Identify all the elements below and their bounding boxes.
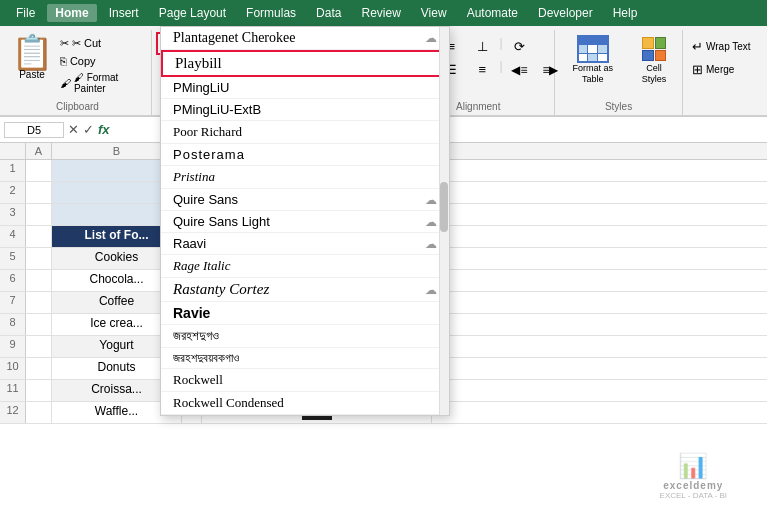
cell-a11[interactable] [26, 380, 52, 401]
cell-a4[interactable] [26, 226, 52, 247]
cell-a12[interactable] [26, 402, 52, 423]
font-name-quire: Quire Sans [173, 192, 238, 207]
name-box[interactable] [4, 122, 64, 138]
menu-item-file[interactable]: File [8, 4, 43, 22]
scrollbar-track[interactable] [439, 27, 449, 415]
corner-cell [0, 143, 26, 159]
font-name-bengali1: জরহশদুগও [173, 328, 219, 344]
watermark-icon: 📊 [678, 452, 708, 480]
format-painter-button[interactable]: 🖌 🖌 Format Painter [56, 70, 147, 96]
font-name-pmingliu-extb: PMingLiU-ExtB [173, 102, 261, 117]
merge-button[interactable]: ⊞ Merge [687, 59, 759, 80]
cell-a9[interactable] [26, 336, 52, 357]
clipboard-label: Clipboard [8, 99, 147, 115]
wrap-merge-group: ↵ Wrap Text ⊞ Merge [683, 30, 763, 115]
font-dropdown-overlay: Plantagenet Cherokee ☁ Playbill PMingLiU… [160, 26, 450, 416]
cloud-icon: ☁ [425, 31, 437, 45]
font-name-rastanty: Rastanty Cortez [173, 281, 269, 298]
font-item-pmingliu-extb[interactable]: PMingLiU-ExtB [161, 99, 449, 121]
cell-a3[interactable] [26, 204, 52, 225]
wrap-text-label: Wrap Text [706, 41, 751, 52]
menu-item-data[interactable]: Data [308, 4, 349, 22]
orientation-button[interactable]: ⟳ [506, 36, 534, 57]
font-item-poorrichard[interactable]: Poor Richard [161, 121, 449, 144]
menu-item-home[interactable]: Home [47, 4, 96, 22]
font-item-quire-sans[interactable]: Quire Sans ☁ [161, 189, 449, 211]
cell-a7[interactable] [26, 292, 52, 313]
font-name-posterama: Posterama [173, 147, 245, 162]
row-number: 9 [0, 336, 26, 357]
copy-button[interactable]: ⎘ Copy [56, 53, 147, 69]
format-painter-label: 🖌 Format Painter [74, 72, 143, 94]
align-right-button[interactable]: ≡ [468, 59, 496, 80]
cell-a2[interactable] [26, 182, 52, 203]
font-item-bengali1[interactable]: জরহশদুগও [161, 325, 449, 348]
menu-item-developer[interactable]: Developer [530, 4, 601, 22]
cut-button[interactable]: ✂ ✂ Cut [56, 35, 147, 52]
format-as-table-button[interactable]: Format as Table [559, 32, 626, 88]
merge-icon: ⊞ [692, 62, 703, 77]
font-name-ravie: Ravie [173, 305, 210, 321]
font-name-raavi: Raavi [173, 236, 206, 251]
cloud-icon: ☁ [425, 283, 437, 297]
menu-item-view[interactable]: View [413, 4, 455, 22]
cell-a8[interactable] [26, 314, 52, 335]
row-number: 5 [0, 248, 26, 269]
cut-label: ✂ Cut [72, 37, 101, 50]
font-item-ravie[interactable]: Ravie [161, 302, 449, 325]
clipboard-group: 📋 Paste ✂ ✂ Cut ⎘ Copy [4, 30, 152, 115]
cell-a6[interactable] [26, 270, 52, 291]
font-item-rockwell[interactable]: Rockwell [161, 369, 449, 392]
menu-item-formulas[interactable]: Formulas [238, 4, 304, 22]
font-item-raavi[interactable]: Raavi ☁ [161, 233, 449, 255]
font-item-playbill[interactable]: Playbill [161, 50, 449, 77]
font-item-pmingliu[interactable]: PMingLiU [161, 77, 449, 99]
font-name-quirelight: Quire Sans Light [173, 214, 270, 229]
scrollbar-thumb[interactable] [440, 182, 448, 232]
row-number: 1 [0, 160, 26, 181]
cell-a5[interactable] [26, 248, 52, 269]
cell-a10[interactable] [26, 358, 52, 379]
menu-item-help[interactable]: Help [605, 4, 646, 22]
paste-icon: 📋 [11, 35, 53, 69]
menu-item-review[interactable]: Review [353, 4, 408, 22]
row-number: 4 [0, 226, 26, 247]
font-name-pristina: Pristina [173, 169, 215, 185]
menu-bar: File Home Insert Page Layout Formulas Da… [0, 0, 767, 26]
font-item-quire-sans-light[interactable]: Quire Sans Light ☁ [161, 211, 449, 233]
styles-group: Format as Table Cell Styles Styles [555, 30, 683, 115]
menu-item-page-layout[interactable]: Page Layout [151, 4, 234, 22]
formula-icon[interactable]: fx [98, 122, 110, 137]
format-as-table-icon [577, 35, 609, 63]
paste-label: Paste [19, 69, 45, 80]
menu-item-automate[interactable]: Automate [459, 4, 526, 22]
font-name-poorrichard: Poor Richard [173, 124, 242, 140]
cloud-icon: ☁ [425, 215, 437, 229]
paste-button[interactable]: 📋 Paste [8, 32, 56, 83]
cell-styles-button[interactable]: Cell Styles [630, 32, 678, 88]
menu-item-insert[interactable]: Insert [101, 4, 147, 22]
row-number: 10 [0, 358, 26, 379]
format-painter-icon: 🖌 [60, 77, 71, 89]
align-bottom-button[interactable]: ⊥ [468, 36, 496, 57]
cloud-icon: ☁ [425, 193, 437, 207]
font-item-rage-italic[interactable]: Rage Italic [161, 255, 449, 278]
font-item-bengali2[interactable]: জরহশদুবয়বকগাও [161, 348, 449, 369]
font-name-rockwell-condensed: Rockwell Condensed [173, 395, 284, 411]
wrap-text-button[interactable]: ↵ Wrap Text [687, 36, 759, 57]
font-item-rockwell-condensed[interactable]: Rockwell Condensed [161, 392, 449, 415]
cancel-icon[interactable]: ✕ [68, 122, 79, 137]
col-header-a[interactable]: A [26, 143, 52, 159]
font-item-plantagenet[interactable]: Plantagenet Cherokee ☁ [161, 27, 449, 50]
wrap-text-icon: ↵ [692, 39, 703, 54]
font-item-rastanty[interactable]: Rastanty Cortez ☁ [161, 278, 449, 302]
row-number: 2 [0, 182, 26, 203]
font-item-posterama[interactable]: Posterama [161, 144, 449, 166]
watermark: 📊 exceldemy EXCEL - DATA - BI [660, 452, 727, 500]
confirm-icon[interactable]: ✓ [83, 122, 94, 137]
decrease-indent-button[interactable]: ◀≡ [506, 59, 534, 80]
cloud-icon: ☁ [425, 237, 437, 251]
row-number: 3 [0, 204, 26, 225]
font-item-pristina[interactable]: Pristina [161, 166, 449, 189]
cell-a1[interactable] [26, 160, 52, 181]
